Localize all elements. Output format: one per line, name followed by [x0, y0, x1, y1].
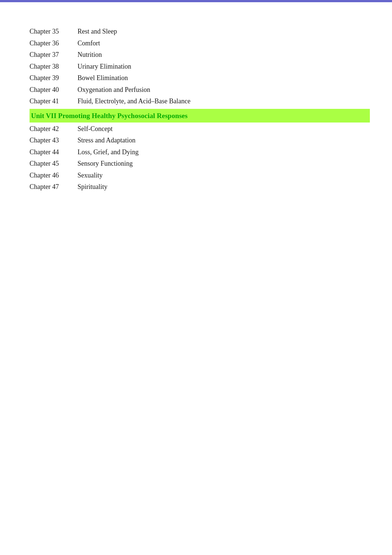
- unit-header: Unit VII Promoting Healthy Psychosocial …: [30, 109, 370, 123]
- pre-unit-chapters: Chapter 35Rest and SleepChapter 36Comfor…: [30, 26, 370, 107]
- chapter-number: Chapter 45: [30, 158, 78, 170]
- list-item: Chapter 41Fluid, Electrolyte, and Acid–B…: [30, 96, 370, 107]
- top-border: [0, 0, 392, 2]
- chapter-number: Chapter 46: [30, 170, 78, 182]
- list-item: Chapter 45Sensory Functioning: [30, 158, 370, 170]
- list-item: Chapter 43Stress and Adaptation: [30, 135, 370, 146]
- toc-container: Chapter 35Rest and SleepChapter 36Comfor…: [22, 26, 370, 193]
- list-item: Chapter 36Comfort: [30, 38, 370, 49]
- chapter-title: Sexuality: [78, 170, 103, 182]
- chapter-title: Nutrition: [78, 49, 102, 61]
- chapter-number: Chapter 47: [30, 181, 78, 193]
- chapter-number: Chapter 44: [30, 146, 78, 158]
- chapter-title: Self-Concept: [78, 125, 113, 132]
- list-item: Chapter 42 Self-Concept: [30, 123, 370, 135]
- chapter-number: Chapter 40: [30, 84, 78, 96]
- chapter-title: Rest and Sleep: [78, 26, 117, 38]
- chapter-number: Chapter 35: [30, 26, 78, 38]
- list-item: Chapter 38Urinary Elimination: [30, 61, 370, 73]
- list-item: Chapter 39Bowel Elimination: [30, 72, 370, 84]
- chapter-title: Bowel Elimination: [78, 72, 128, 84]
- list-item: Chapter 40Oxygenation and Perfusion: [30, 84, 370, 96]
- chapter-number: Chapter 39: [30, 72, 78, 84]
- list-item: Chapter 47Spirituality: [30, 181, 370, 193]
- chapter-title: Loss, Grief, and Dying: [78, 146, 138, 158]
- chapter-number: Chapter 36: [30, 38, 78, 49]
- chapter-title: Fluid, Electrolyte, and Acid–Base Balanc…: [78, 96, 190, 107]
- chapter-number: Chapter 41: [30, 96, 78, 107]
- chapter-number: Chapter 37: [30, 49, 78, 61]
- chapter-number: Chapter 43: [30, 135, 78, 146]
- chapter-title: Stress and Adaptation: [78, 135, 135, 146]
- chapter-title: Spirituality: [78, 181, 107, 193]
- list-item: Chapter 37Nutrition: [30, 49, 370, 61]
- list-item: Chapter 35Rest and Sleep: [30, 26, 370, 38]
- post-unit-chapters: Chapter 42 Self-ConceptChapter 43Stress …: [30, 123, 370, 193]
- chapter-number: Chapter 38: [30, 61, 78, 73]
- list-item: Chapter 46Sexuality: [30, 170, 370, 182]
- chapter-number: Chapter 42: [30, 123, 78, 135]
- chapter-title: Comfort: [78, 38, 100, 49]
- chapter-title: Urinary Elimination: [78, 61, 131, 73]
- chapter-title: Oxygenation and Perfusion: [78, 84, 150, 96]
- list-item: Chapter 44Loss, Grief, and Dying: [30, 146, 370, 158]
- chapter-title: Sensory Functioning: [78, 158, 133, 170]
